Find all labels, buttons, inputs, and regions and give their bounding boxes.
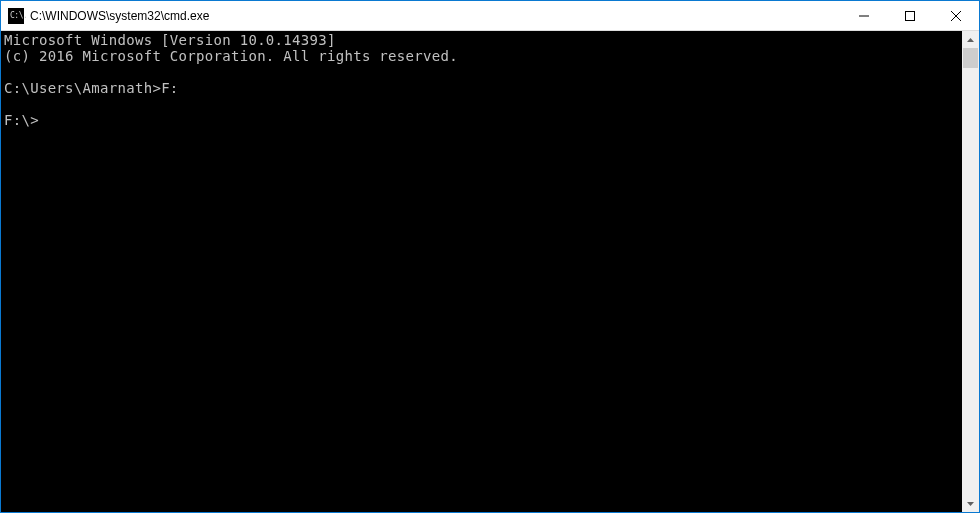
svg-rect-1: [906, 11, 915, 20]
terminal-prompt: C:\Users\Amarnath>: [4, 80, 161, 96]
scroll-up-button[interactable]: [962, 31, 979, 48]
terminal-prompt: F:\>: [4, 112, 39, 128]
window-title: C:\WINDOWS\system32\cmd.exe: [30, 9, 841, 23]
close-button[interactable]: [933, 1, 979, 30]
maximize-button[interactable]: [887, 1, 933, 30]
app-icon-glyph: C:\.: [10, 12, 27, 19]
chevron-down-icon: [967, 502, 974, 506]
window-frame: C:\. C:\WINDOWS\system32\cmd.exe: [0, 0, 980, 513]
minimize-icon: [859, 11, 869, 21]
terminal-command: F:: [161, 80, 178, 96]
terminal-line: (c) 2016 Microsoft Corporation. All righ…: [4, 48, 458, 64]
terminal-line: Microsoft Windows [Version 10.0.14393]: [4, 32, 336, 48]
client-area: Microsoft Windows [Version 10.0.14393] (…: [1, 31, 979, 512]
svg-marker-4: [967, 38, 974, 42]
chevron-up-icon: [967, 38, 974, 42]
minimize-button[interactable]: [841, 1, 887, 30]
titlebar[interactable]: C:\. C:\WINDOWS\system32\cmd.exe: [1, 1, 979, 31]
scroll-thumb[interactable]: [963, 48, 978, 68]
svg-marker-5: [967, 502, 974, 506]
scroll-down-button[interactable]: [962, 495, 979, 512]
close-icon: [951, 11, 961, 21]
vertical-scrollbar[interactable]: [962, 31, 979, 512]
maximize-icon: [905, 11, 915, 21]
window-controls: [841, 1, 979, 30]
terminal-output[interactable]: Microsoft Windows [Version 10.0.14393] (…: [1, 31, 962, 512]
scroll-track[interactable]: [962, 48, 979, 495]
app-icon: C:\.: [8, 8, 24, 24]
